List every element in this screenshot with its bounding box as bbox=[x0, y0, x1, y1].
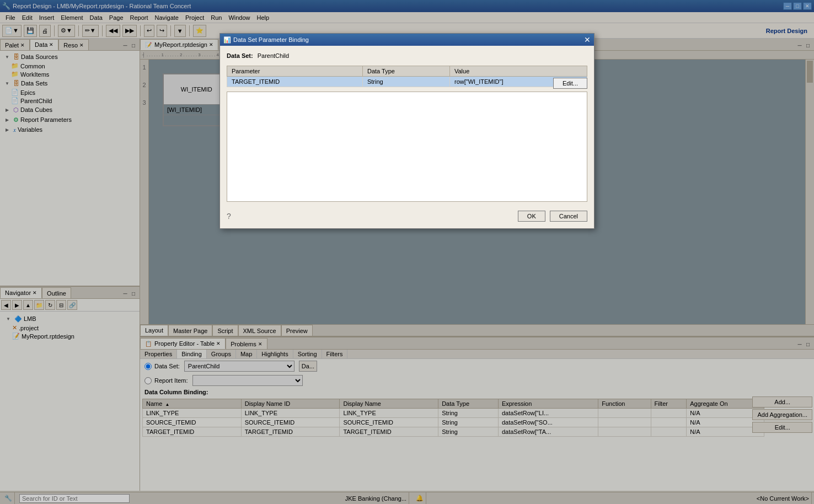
modal-close-btn[interactable]: ✕ bbox=[584, 35, 591, 44]
modal-row-datatype: String bbox=[362, 77, 449, 87]
modal-empty-area bbox=[227, 92, 587, 202]
modal-footer: ? OK Cancel bbox=[227, 206, 587, 222]
modal-col-value: Value bbox=[449, 66, 587, 77]
modal-title-bar: 📊 Data Set Parameter Binding ✕ bbox=[220, 34, 594, 46]
modal-dataset-value: ParentChild bbox=[258, 52, 289, 59]
modal-col-datatype: Data Type bbox=[362, 66, 449, 77]
modal-edit-btn[interactable]: Edit... bbox=[553, 78, 587, 89]
modal-footer-buttons: OK Cancel bbox=[518, 211, 587, 222]
modal-cancel-btn[interactable]: Cancel bbox=[550, 211, 587, 222]
modal-row-parameter: TARGET_ITEMID bbox=[227, 77, 363, 87]
modal-edit-area: Edit... bbox=[553, 78, 587, 89]
modal-parameter-table: Parameter Data Type Value TARGET_ITEMID … bbox=[227, 66, 587, 87]
modal-title-icon: 📊 bbox=[223, 36, 231, 44]
modal-table-area: Parameter Data Type Value TARGET_ITEMID … bbox=[227, 66, 587, 87]
modal-dataset-row: Data Set: ParentChild bbox=[227, 52, 587, 59]
modal-ok-btn[interactable]: OK bbox=[518, 211, 545, 222]
modal-title-text: Data Set Parameter Binding bbox=[233, 36, 309, 43]
modal-col-parameter: Parameter bbox=[227, 66, 363, 77]
modal-dialog: 📊 Data Set Parameter Binding ✕ Data Set:… bbox=[219, 33, 595, 229]
modal-help-icon[interactable]: ? bbox=[227, 212, 231, 221]
modal-dataset-label: Data Set: bbox=[227, 52, 253, 59]
modal-overlay: 📊 Data Set Parameter Binding ✕ Data Set:… bbox=[0, 0, 814, 504]
modal-body: Data Set: ParentChild Parameter Data Typ… bbox=[220, 46, 594, 228]
modal-table-row[interactable]: TARGET_ITEMID String row["WI_ITEMID"] bbox=[227, 77, 587, 87]
